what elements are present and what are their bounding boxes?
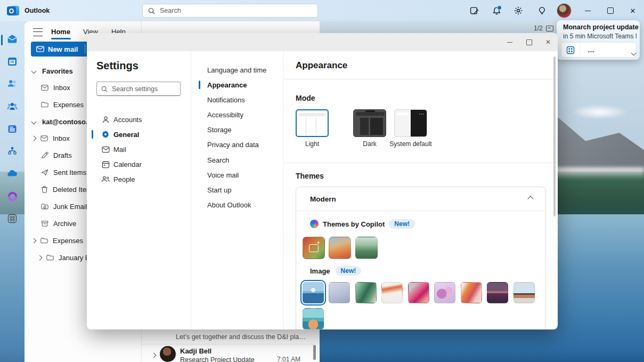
subnav-privacy-and-data[interactable]: Privacy and data — [191, 137, 284, 152]
person-icon — [101, 116, 110, 124]
chevron-right-icon — [31, 135, 37, 141]
dialog-close-button[interactable]: ✕ — [539, 33, 558, 51]
settings-nav-people[interactable]: People — [87, 172, 191, 187]
toast-more-button[interactable]: … — [580, 46, 636, 54]
image-theme-green-leaves[interactable] — [355, 282, 377, 303]
hamburger-menu-icon[interactable] — [33, 28, 43, 36]
settings-dialog: ✕ Settings Accounts General — [87, 33, 558, 329]
dialog-title-bar — [87, 33, 558, 51]
image-theme-orange-splash[interactable] — [381, 282, 403, 303]
generate-image-icon — [309, 244, 319, 252]
image-label: Image — [310, 267, 330, 275]
rail-item-more-apps[interactable] — [0, 207, 25, 230]
folder-icon — [41, 101, 48, 108]
sender-avatar[interactable] — [160, 346, 176, 362]
copilot-theme-city[interactable] — [355, 237, 378, 259]
rail-item-org-explorer[interactable] — [0, 140, 25, 162]
copilot-theme-sunset[interactable] — [329, 237, 351, 259]
new-badge: New! — [389, 219, 415, 229]
theme-card-header[interactable]: Modern — [296, 187, 545, 211]
subnav-accessibility[interactable]: Accessibilty — [191, 107, 284, 122]
notifications-bell-icon[interactable] — [488, 2, 505, 19]
subnav-about-outlook[interactable]: About Outlook — [191, 197, 284, 212]
settings-nav-mail[interactable]: Mail — [87, 142, 191, 157]
onedrive-icon — [6, 167, 19, 180]
calendar-icon — [101, 160, 110, 168]
global-search-box[interactable] — [142, 4, 318, 18]
mode-option-system-default[interactable]: ••• — [394, 109, 427, 137]
subnav-start-up[interactable]: Start up — [191, 182, 284, 197]
subnav-search[interactable]: Search — [191, 152, 284, 167]
image-theme-lavender-dunes[interactable] — [329, 282, 350, 303]
dialog-minimize-button[interactable] — [500, 33, 519, 51]
copilot-icon — [310, 220, 319, 228]
settings-nav-accounts[interactable]: Accounts — [87, 112, 191, 127]
window-minimize-button[interactable] — [576, 0, 599, 21]
mode-option-dark[interactable] — [353, 109, 386, 137]
image-theme-pale-landscape[interactable] — [513, 282, 535, 303]
todo-icon — [7, 124, 18, 134]
selected-indicator — [1, 35, 3, 45]
tips-lightbulb-icon[interactable] — [533, 2, 550, 19]
expand-chevron-icon[interactable] — [152, 350, 156, 359]
selected-indicator — [199, 81, 200, 89]
image-theme-pink-swirl[interactable] — [408, 282, 429, 303]
notes-compose-icon[interactable] — [466, 2, 483, 19]
image-theme-teal-arch[interactable] — [303, 308, 324, 329]
mode-option-light[interactable] — [296, 109, 329, 137]
theme-background-cloud — [574, 104, 630, 118]
image-theme-orange-petals[interactable] — [461, 282, 482, 303]
window-maximize-button[interactable] — [599, 0, 622, 21]
image-theme-dark-ridge[interactable] — [487, 282, 508, 303]
subnav-storage[interactable]: Storage — [191, 122, 284, 137]
copilot-theme-generate[interactable] — [303, 237, 325, 259]
subnav-language-and-time[interactable]: Language and time — [191, 62, 284, 77]
settings-nav-calendar[interactable]: Calendar — [87, 157, 191, 172]
list-scrollbar[interactable] — [313, 345, 316, 360]
chevron-down-icon — [31, 68, 37, 74]
themes-by-copilot-row: Themes by Copilot New! — [310, 219, 415, 229]
pagination-count: 1/2 — [534, 25, 543, 32]
content-heading: Appearance — [296, 60, 347, 71]
settings-nav-general[interactable]: General — [87, 127, 191, 142]
email-sender[interactable]: Kadji Bell — [180, 347, 211, 355]
meeting-reminder-toast[interactable]: Monarch project update in 5 min Microsof… — [557, 20, 640, 60]
dialog-maximize-button[interactable] — [519, 33, 539, 51]
user-avatar[interactable] — [557, 4, 571, 18]
rail-item-loop[interactable] — [0, 185, 25, 207]
dialog-scrollbar[interactable] — [553, 57, 556, 216]
rail-item-calendar[interactable] — [0, 50, 25, 73]
outlook-logo-icon[interactable]: O — [7, 4, 20, 17]
subnav-voice-mail[interactable]: Voice mail — [191, 167, 284, 182]
mode-option-label: System default — [381, 140, 440, 148]
toast-collapse-chevron-icon[interactable] — [632, 51, 635, 55]
email-subject[interactable]: Research Project Update — [180, 356, 255, 362]
join-meeting-button[interactable] — [561, 43, 580, 57]
rail-item-onedrive[interactable] — [0, 163, 25, 185]
notification-pagination[interactable]: 1/2 — [534, 25, 553, 32]
subnav-appearance[interactable]: Appearance — [191, 77, 284, 92]
subnav-notifications[interactable]: Notifications — [191, 92, 284, 107]
copilot-label: Themes by Copilot — [323, 220, 385, 228]
rail-item-people[interactable] — [0, 73, 25, 95]
rail-item-todo[interactable] — [0, 118, 25, 140]
mode-section-label: Mode — [296, 94, 315, 102]
email-preview-snippet[interactable]: Let’s get together and discuss the D&I p… — [176, 333, 314, 341]
themes-section-label: Themes — [296, 172, 324, 180]
tab-home[interactable]: Home — [51, 28, 70, 36]
selected-indicator — [92, 130, 93, 139]
image-theme-blue-lake[interactable] — [303, 282, 324, 303]
image-theme-purple-spheres[interactable] — [434, 282, 455, 303]
settings-search-box[interactable] — [96, 82, 181, 96]
window-close-button[interactable]: ✕ — [622, 0, 644, 21]
title-bar: O Outlook ✕ — [0, 0, 644, 21]
settings-gear-icon[interactable] — [510, 2, 527, 19]
settings-search-input[interactable] — [111, 85, 176, 93]
junk-icon — [41, 203, 48, 210]
rail-item-mail[interactable] — [0, 28, 25, 50]
chevron-down-icon — [31, 119, 37, 124]
search-input[interactable] — [159, 6, 305, 15]
groups-icon — [6, 101, 18, 112]
trash-icon — [41, 186, 48, 193]
rail-item-groups[interactable] — [0, 95, 25, 118]
